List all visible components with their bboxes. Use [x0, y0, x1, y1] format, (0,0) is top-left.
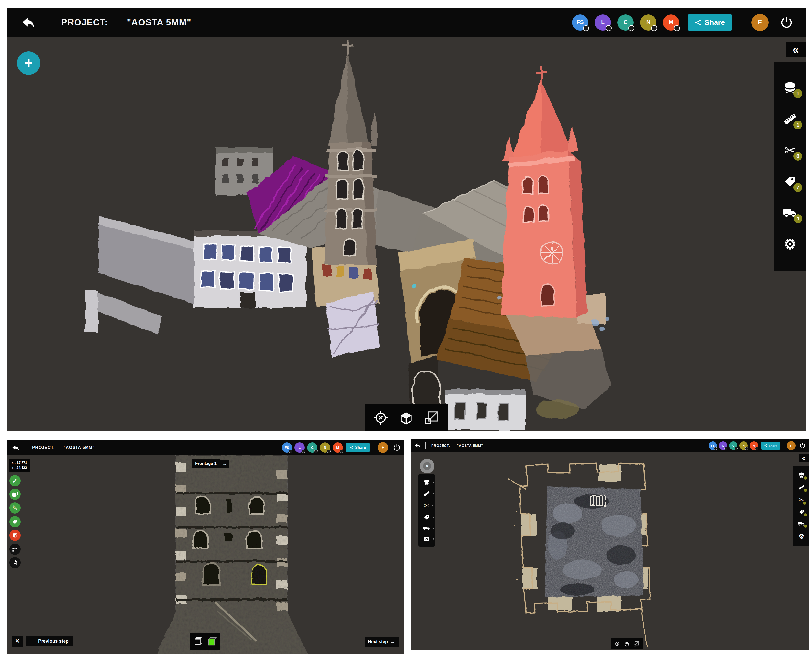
- delivery-tool-button[interactable]: [798, 521, 805, 526]
- main-tool-sidebar: 1 1 ✂ 6 7 1 ⚙: [774, 62, 806, 271]
- recenter-target-button[interactable]: [614, 641, 620, 647]
- collaborator-avatar-c[interactable]: C: [729, 442, 737, 450]
- next-step-button[interactable]: Next step →: [365, 637, 399, 647]
- tag-icon: [12, 519, 17, 525]
- cube-mode-toolbar: [190, 633, 220, 650]
- settings-tool-button[interactable]: ⚙: [798, 533, 804, 540]
- remove-collaborator-icon[interactable]: [755, 447, 758, 450]
- close-icon: ✕: [426, 464, 429, 468]
- next-frontage-button[interactable]: →: [221, 460, 229, 468]
- back-arrow-icon[interactable]: [12, 445, 19, 451]
- remove-collaborator-icon[interactable]: [674, 25, 680, 31]
- remove-collaborator-icon[interactable]: [606, 25, 612, 31]
- collaborator-avatar-l[interactable]: L: [719, 442, 727, 450]
- user-avatar[interactable]: F: [377, 442, 388, 453]
- collaborator-avatar-c[interactable]: C: [307, 442, 318, 453]
- measure-tool-button[interactable]: 1: [783, 112, 797, 126]
- remove-collaborator-icon[interactable]: [289, 450, 293, 453]
- collaborator-avatar-l[interactable]: L: [595, 14, 611, 31]
- collaborator-avatar-m[interactable]: M: [663, 14, 679, 31]
- tag-tool-button[interactable]: [799, 509, 804, 515]
- arrow-left-icon: ←: [30, 638, 36, 644]
- clip-plane-button[interactable]: [633, 641, 640, 647]
- cube-filled-active-button[interactable]: [207, 636, 217, 647]
- database-tool-button[interactable]: [424, 479, 430, 485]
- cube-wire-button[interactable]: [193, 636, 203, 647]
- delete-button[interactable]: [9, 530, 20, 541]
- collaborator-avatar-fs[interactable]: FS: [282, 442, 292, 453]
- plan-viewport[interactable]: [410, 452, 809, 650]
- remove-collaborator-icon[interactable]: [714, 447, 717, 450]
- collaborator-avatar-l[interactable]: L: [294, 442, 305, 453]
- remove-collaborator-icon[interactable]: [314, 450, 318, 453]
- user-avatar[interactable]: F: [751, 14, 768, 31]
- remove-collaborator-icon[interactable]: [745, 447, 748, 450]
- settings-tool-button[interactable]: ⚙: [783, 237, 797, 251]
- scissors-icon: ✂: [424, 502, 429, 509]
- database-tool-button[interactable]: [799, 472, 804, 478]
- clip-plane-button[interactable]: [423, 409, 440, 426]
- remove-collaborator-icon[interactable]: [340, 450, 343, 453]
- avatar-initials: M: [668, 19, 673, 26]
- section-line[interactable]: [7, 596, 404, 596]
- remove-collaborator-icon[interactable]: [583, 25, 589, 31]
- remove-collaborator-icon[interactable]: [724, 447, 728, 450]
- collapse-sidebar-button[interactable]: «: [799, 454, 809, 462]
- cut-tool-button[interactable]: ✂: [424, 502, 429, 509]
- collapse-sidebar-button[interactable]: «: [785, 42, 806, 57]
- collaborator-avatar-n[interactable]: N: [320, 442, 330, 453]
- plan-left-toolbar: ✂: [418, 474, 435, 547]
- measure-tool-button[interactable]: [798, 484, 805, 490]
- share-button[interactable]: Share: [346, 443, 370, 453]
- remove-collaborator-icon[interactable]: [327, 450, 331, 453]
- user-avatar[interactable]: F: [787, 441, 796, 450]
- frontage-viewport[interactable]: [7, 455, 404, 654]
- edit-button[interactable]: ✎: [9, 502, 20, 514]
- remove-collaborator-icon[interactable]: [629, 25, 634, 31]
- database-tool-button[interactable]: 1: [783, 81, 797, 95]
- remove-collaborator-icon[interactable]: [735, 447, 738, 450]
- main-3d-viewport[interactable]: [7, 37, 806, 431]
- copy-button[interactable]: [9, 489, 20, 500]
- delivery-tool-button[interactable]: [423, 526, 430, 531]
- remove-collaborator-icon[interactable]: [302, 450, 305, 453]
- cube-view-button[interactable]: [624, 641, 630, 647]
- power-icon[interactable]: [779, 16, 794, 30]
- collaborator-avatar-m[interactable]: M: [750, 442, 758, 450]
- tool-dot: [432, 505, 433, 506]
- export-button[interactable]: [9, 557, 20, 568]
- tag-tool-button[interactable]: 7: [783, 175, 797, 188]
- measure-tool-button[interactable]: [424, 490, 430, 497]
- recenter-target-button[interactable]: [372, 409, 389, 426]
- add-button[interactable]: +: [17, 51, 40, 75]
- collaborator-avatar-m[interactable]: M: [333, 442, 343, 453]
- remove-collaborator-icon[interactable]: [651, 25, 657, 31]
- cut-tool-button[interactable]: ✂: [799, 497, 804, 503]
- polyline-button[interactable]: [9, 544, 20, 555]
- previous-step-button[interactable]: ← Previous step: [27, 636, 73, 646]
- power-icon[interactable]: [799, 442, 806, 449]
- collaborator-avatar-c[interactable]: C: [618, 14, 634, 31]
- power-icon[interactable]: [393, 443, 401, 452]
- avatar-initials: M: [753, 444, 755, 447]
- tool-badge-dot: [803, 501, 806, 505]
- share-button[interactable]: Share: [688, 14, 732, 31]
- collaborator-avatar-fs[interactable]: FS: [572, 14, 588, 31]
- collaborator-avatar-fs[interactable]: FS: [709, 442, 717, 450]
- back-arrow-icon[interactable]: [415, 443, 421, 448]
- delivery-tool-button[interactable]: 1: [783, 206, 797, 220]
- tag-button[interactable]: [9, 516, 20, 528]
- back-arrow-icon[interactable]: [22, 17, 35, 28]
- camera-tool-button[interactable]: [424, 536, 430, 541]
- confirm-button[interactable]: ✓: [9, 475, 20, 486]
- cut-tool-button[interactable]: ✂ 6: [783, 144, 797, 157]
- collaborator-avatar-n[interactable]: N: [739, 442, 748, 450]
- collaborator-avatar-n[interactable]: N: [640, 14, 656, 31]
- cancel-step-button[interactable]: ✕: [12, 636, 23, 647]
- share-button[interactable]: Share: [761, 442, 781, 450]
- cube-view-button[interactable]: [398, 409, 415, 426]
- close-view-button[interactable]: ✕: [420, 459, 435, 473]
- app-page: PROJECT: "AOSTA 5MM" FS L C N M Share F: [0, 0, 812, 658]
- tag-tool-button[interactable]: [424, 514, 430, 520]
- collapse-icon: «: [792, 42, 799, 56]
